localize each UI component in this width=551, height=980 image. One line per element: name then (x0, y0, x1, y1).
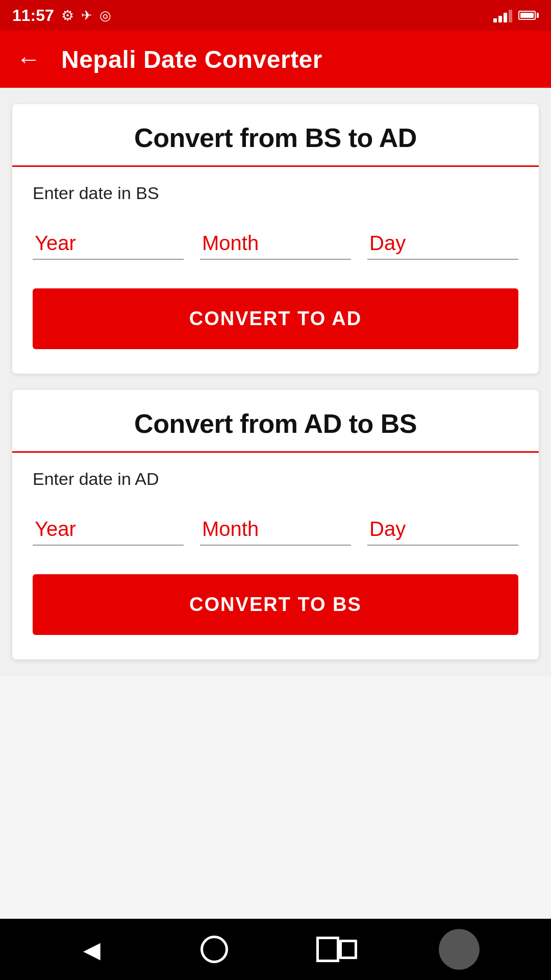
status-bar-right (493, 8, 539, 22)
nav-home-button[interactable] (194, 929, 235, 970)
main-content: Convert from BS to AD Enter date in BS C… (0, 88, 551, 676)
ad-year-group (33, 513, 184, 546)
toolbar: ← Nepali Date Converter (0, 31, 551, 88)
bs-to-ad-subtitle: Enter date in BS (33, 183, 518, 203)
circle-icon: ◎ (99, 8, 111, 23)
bs-to-ad-body: Enter date in BS CONVERT TO AD (12, 167, 539, 374)
bs-to-ad-title: Convert from BS to AD (134, 123, 417, 153)
bs-to-ad-card: Convert from BS to AD Enter date in BS C… (12, 104, 539, 374)
bs-year-input[interactable] (33, 228, 184, 260)
signal-icon (493, 8, 512, 22)
ad-day-group (367, 513, 518, 546)
ad-day-input[interactable] (367, 513, 518, 546)
bs-month-input[interactable] (200, 228, 351, 260)
nav-back-button[interactable] (71, 929, 112, 970)
ad-date-inputs (33, 513, 518, 546)
ad-to-bs-card: Convert from AD to BS Enter date in AD C… (12, 390, 539, 659)
gear-icon: ⚙ (61, 7, 74, 24)
ad-to-bs-header: Convert from AD to BS (12, 390, 539, 453)
ad-to-bs-body: Enter date in AD CONVERT TO BS (12, 453, 539, 659)
ad-month-input[interactable] (200, 513, 351, 546)
nav-recent-button[interactable] (316, 929, 357, 970)
ad-year-input[interactable] (33, 513, 184, 546)
status-bar: 11:57 ⚙ ✈ ◎ (0, 0, 551, 31)
status-time: 11:57 (12, 6, 54, 25)
ad-month-group (200, 513, 351, 546)
bs-day-group (367, 228, 518, 260)
bs-to-ad-header: Convert from BS to AD (12, 104, 539, 167)
battery-icon (518, 11, 539, 20)
bs-date-inputs (33, 228, 518, 260)
bs-year-group (33, 228, 184, 260)
ad-to-bs-subtitle: Enter date in AD (33, 469, 518, 489)
convert-to-bs-button[interactable]: CONVERT TO BS (33, 574, 518, 635)
nav-extra-button[interactable] (439, 929, 480, 970)
back-button[interactable]: ← (16, 47, 41, 71)
bs-month-group (200, 228, 351, 260)
ad-to-bs-title: Convert from AD to BS (134, 409, 417, 438)
convert-to-ad-button[interactable]: CONVERT TO AD (33, 288, 518, 349)
bs-day-input[interactable] (367, 228, 518, 260)
nav-bar (0, 919, 551, 980)
toolbar-title: Nepali Date Converter (61, 45, 322, 74)
location-icon: ✈ (81, 8, 92, 23)
status-bar-left: 11:57 ⚙ ✈ ◎ (12, 6, 111, 25)
